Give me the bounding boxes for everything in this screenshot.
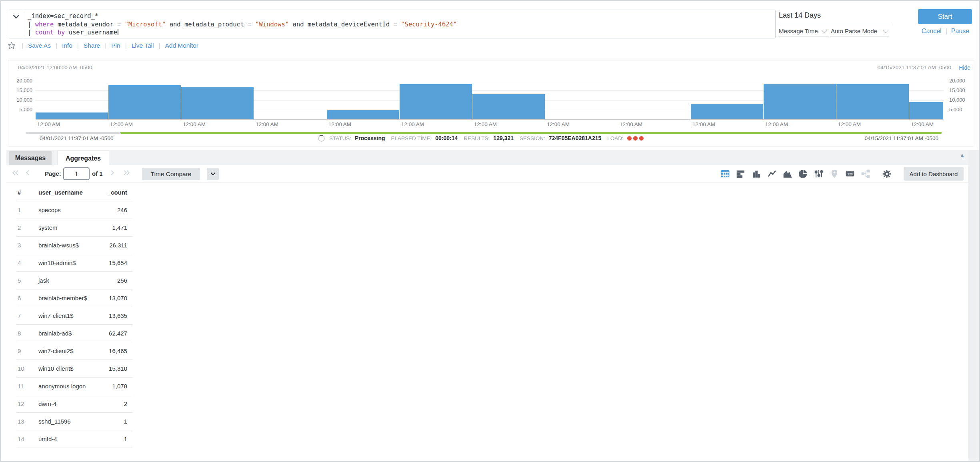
spinner-icon — [318, 135, 325, 142]
action-link-info[interactable]: Info — [62, 42, 72, 49]
load-dot — [633, 136, 638, 141]
column-header-count[interactable]: _count — [98, 189, 132, 196]
x-axis-tick-label: 12:00 AM — [37, 121, 60, 127]
range-start-timestamp: 04/01/2021 11:37:01 AM -0500 — [40, 135, 113, 141]
histogram-bar[interactable] — [691, 104, 763, 119]
action-link-live-tail[interactable]: Live Tail — [132, 42, 154, 49]
gear-icon[interactable] — [882, 169, 891, 178]
y-axis-tick-label: 15,000 — [949, 87, 965, 93]
row-index: 4 — [16, 259, 38, 266]
table-row[interactable]: 14umfd-41 — [16, 430, 132, 448]
histogram-bar[interactable] — [108, 85, 181, 119]
time-range-field[interactable]: Last 14 Days — [778, 10, 890, 23]
selection-start-timestamp: 04/03/2021 12:00:00 AM -0500 — [18, 64, 92, 70]
table-row[interactable]: 10win10-client$15,310 — [16, 360, 132, 378]
query-input[interactable]: _index=sec_record_*| where metadata_vend… — [23, 10, 457, 38]
table-row[interactable]: 8brainlab-ad$62,427 — [16, 325, 132, 342]
table-row[interactable]: 5jask256 — [16, 272, 132, 289]
pie-chart-icon[interactable] — [799, 169, 808, 178]
tab-aggregates[interactable]: Aggregates — [57, 151, 109, 166]
histogram-bar[interactable] — [181, 87, 254, 119]
search-actions-row: |Save As|Info|Share|Pin|Live Tail|Add Mo… — [7, 40, 198, 51]
x-axis-tick-label: 12:00 AM — [401, 121, 424, 127]
histogram-bar[interactable] — [36, 112, 108, 119]
single-value-icon[interactable]: 123 — [846, 169, 854, 178]
next-page-button[interactable] — [110, 170, 114, 177]
table-row[interactable]: 2system1,471 — [16, 219, 132, 237]
table-row[interactable]: 13sshd_115961 — [16, 413, 132, 430]
action-link-add-monitor[interactable]: Add Monitor — [165, 42, 198, 49]
x-axis-tick-label: 12:00 AM — [620, 121, 642, 127]
username-cell: anonymous logon — [38, 383, 98, 390]
y-axis-tick-label: 5,000 — [8, 106, 32, 112]
elapsed-value: 00:00:14 — [435, 135, 458, 141]
histogram-bar[interactable] — [327, 110, 399, 119]
last-page-button[interactable] — [123, 170, 130, 177]
start-button[interactable]: Start — [918, 9, 972, 24]
table-row[interactable]: 4win10-admin$15,654 — [16, 254, 132, 272]
username-cell: umfd-4 — [38, 436, 98, 442]
username-cell: system — [38, 224, 98, 231]
x-axis-tick-label: 12:00 AM — [547, 121, 570, 127]
histogram-chart[interactable] — [36, 81, 944, 119]
username-cell: sshd_11596 — [38, 418, 98, 425]
row-index: 3 — [16, 242, 38, 249]
previous-page-button[interactable] — [26, 170, 30, 177]
action-link-save-as[interactable]: Save As — [28, 42, 51, 49]
first-page-button[interactable] — [12, 170, 19, 177]
action-link-pin[interactable]: Pin — [111, 42, 120, 49]
column-header-username[interactable]: user_username — [38, 189, 98, 196]
table-row[interactable]: 3brainlab-wsus$26,311 — [16, 237, 132, 254]
row-index: 7 — [16, 312, 38, 319]
parse-mode-dropdown[interactable]: Auto Parse Mode — [830, 25, 889, 36]
time-compare-button[interactable]: Time Compare — [142, 168, 200, 180]
area-chart-icon[interactable] — [783, 169, 792, 178]
line-chart-icon[interactable] — [768, 169, 776, 178]
sliders-icon[interactable] — [814, 169, 823, 178]
time-compare-dropdown-button[interactable] — [207, 168, 219, 180]
bar-chart-horizontal-icon[interactable] — [736, 169, 745, 178]
column-chart-icon[interactable] — [752, 169, 761, 178]
pause-link[interactable]: Pause — [951, 28, 969, 35]
histogram-bar[interactable] — [472, 94, 545, 119]
table-row[interactable]: 1specops246 — [16, 201, 132, 219]
x-axis-tick-label: 12:00 AM — [328, 121, 351, 127]
username-cell: win10-admin$ — [38, 259, 98, 266]
load-dot — [627, 136, 632, 141]
query-token: metadata_vendor = — [54, 21, 124, 28]
table-row[interactable]: 12dwm-42 — [16, 395, 132, 413]
table-icon[interactable] — [721, 169, 730, 178]
scrubber-track[interactable] — [26, 132, 120, 134]
time-mode-dropdown[interactable]: Message Time — [778, 25, 828, 36]
x-axis-tick-label: 12:00 AM — [183, 121, 206, 127]
cancel-link[interactable]: Cancel — [922, 28, 942, 35]
add-to-dashboard-button[interactable]: Add to Dashboard — [904, 167, 964, 181]
histogram-bar[interactable] — [909, 102, 943, 119]
histogram-bar[interactable] — [400, 84, 472, 119]
query-collapse-button[interactable] — [9, 10, 23, 38]
tab-messages[interactable]: Messages — [9, 151, 52, 165]
query-editor[interactable]: _index=sec_record_*| where metadata_vend… — [9, 10, 776, 38]
chevron-down-icon — [822, 27, 827, 33]
right-gutter — [968, 150, 979, 461]
query-token: where — [35, 21, 54, 28]
scrubber-selection[interactable] — [120, 132, 942, 134]
username-cell: jask — [38, 277, 98, 284]
table-row[interactable]: 6brainlab-member$13,070 — [16, 289, 132, 307]
action-link-share[interactable]: Share — [84, 42, 100, 49]
collapse-pane-arrow-icon[interactable]: ▲ — [959, 152, 965, 159]
column-header-index[interactable]: # — [16, 189, 38, 196]
hide-histogram-link[interactable]: Hide — [959, 64, 970, 71]
histogram-bar[interactable] — [764, 84, 836, 119]
page-number-input[interactable] — [63, 167, 90, 180]
page-label: Page: — [45, 170, 61, 177]
divider: | — [946, 28, 947, 35]
histogram-bar[interactable] — [836, 84, 909, 119]
table-row[interactable]: 9win7-client2$16,465 — [16, 342, 132, 360]
table-row[interactable]: 11anonymous logon1,078 — [16, 378, 132, 395]
status-label: STATUS: — [329, 135, 351, 141]
query-token: user_username — [65, 29, 117, 36]
table-row[interactable]: 7win7-client1$13,635 — [16, 307, 132, 325]
favorite-star-icon[interactable] — [7, 41, 16, 50]
query-token: count by — [35, 29, 65, 36]
